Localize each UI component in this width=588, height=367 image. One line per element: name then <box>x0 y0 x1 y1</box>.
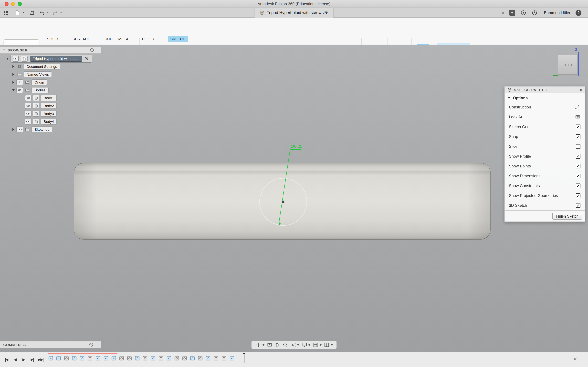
viewcube[interactable]: LEFT <box>558 55 578 75</box>
browser-root-selection[interactable]: Tripod Hyperboloid with sc... <box>10 55 92 63</box>
timeline-feature-icon[interactable] <box>221 356 227 361</box>
finish-sketch-button[interactable]: Finish Sketch <box>552 213 582 220</box>
browser-item-label[interactable]: Origin <box>32 79 47 85</box>
timeline-feature-icon[interactable] <box>142 356 148 361</box>
show-projected-geometries-checkbox[interactable]: ✓ <box>576 193 580 198</box>
visibility-toggle[interactable] <box>25 103 32 109</box>
snap-checkbox[interactable]: ✓ <box>576 134 580 139</box>
expander-icon[interactable] <box>12 128 14 131</box>
display-settings-icon[interactable] <box>301 342 310 348</box>
visibility-toggle[interactable] <box>25 119 32 125</box>
sketch-palette-header[interactable]: SKETCH PALETTE » <box>505 86 585 93</box>
file-menu-icon[interactable] <box>14 10 20 16</box>
show-points-checkbox[interactable]: ✓ <box>576 164 580 168</box>
timeline-play-button[interactable]: ▶ <box>20 356 27 363</box>
show-profile-checkbox[interactable]: ✓ <box>576 154 580 158</box>
browser-item-label[interactable]: Named Views <box>24 71 52 77</box>
grid-and-snaps-icon[interactable] <box>312 342 321 348</box>
tab-sketch[interactable]: SKETCH <box>168 36 188 42</box>
timeline-feature-icon[interactable] <box>48 356 53 361</box>
browser-root-label[interactable]: Tripod Hyperboloid with sc... <box>30 56 82 62</box>
expander-icon[interactable] <box>6 58 9 60</box>
viewports-icon[interactable] <box>324 342 333 348</box>
tab-solid[interactable]: SOLID <box>45 36 61 42</box>
timeline-feature-icon[interactable] <box>79 356 85 361</box>
timeline-feature-icon[interactable] <box>182 356 187 361</box>
expander-icon[interactable] <box>12 73 14 76</box>
tab-surface[interactable]: SURFACE <box>70 36 93 42</box>
comments-bar[interactable]: COMMENTS <box>0 341 97 348</box>
timeline-feature-icon[interactable] <box>119 356 124 361</box>
browser-item-label[interactable]: Body3 <box>41 111 57 117</box>
browser-item-label[interactable]: Bodies <box>32 87 48 93</box>
tab-sheet-metal[interactable]: SHEET METAL <box>102 36 133 42</box>
browser-collapse-icon[interactable]: « <box>3 48 5 52</box>
sketch-grid-checkbox[interactable]: ✓ <box>576 125 580 129</box>
user-account-menu[interactable]: Eammon Littler <box>541 8 574 18</box>
timeline-step-forward-button[interactable]: ▶| <box>28 356 36 363</box>
show-dimensions-checkbox[interactable]: ✓ <box>576 174 580 178</box>
timeline-feature-icon[interactable] <box>150 356 156 361</box>
app-grid-icon[interactable] <box>3 10 9 16</box>
palette-options-header[interactable]: Options <box>505 93 585 102</box>
visibility-toggle[interactable] <box>12 56 19 62</box>
pan-hand-icon[interactable] <box>275 342 280 348</box>
document-tab[interactable]: Tripod Hyperboloid with screw v5* <box>254 8 333 18</box>
close-document-icon[interactable]: × <box>500 9 506 16</box>
help-icon[interactable]: ? <box>576 10 581 16</box>
timeline-feature-icon[interactable] <box>127 356 132 361</box>
extensions-icon[interactable] <box>520 10 526 16</box>
timeline-feature-icon[interactable] <box>198 356 203 361</box>
expander-icon[interactable] <box>12 81 14 83</box>
visibility-toggle[interactable] <box>25 111 32 117</box>
minimize-window-button[interactable] <box>11 2 15 6</box>
zoom-icon[interactable] <box>282 342 288 348</box>
browser-item-label[interactable]: Document Settings <box>24 64 60 69</box>
comments-expand-chevron[interactable]: › <box>97 341 101 348</box>
timeline-feature-icon[interactable] <box>213 356 219 361</box>
timeline-position-marker[interactable] <box>244 354 244 363</box>
visibility-toggle[interactable] <box>17 87 23 93</box>
timeline-feature-icon[interactable] <box>205 356 211 361</box>
browser-expand-chevron[interactable]: › <box>97 47 101 54</box>
browser-header[interactable]: « BROWSER <box>0 47 97 54</box>
job-status-icon[interactable] <box>532 10 537 16</box>
timeline-feature-icon[interactable] <box>166 356 172 361</box>
fit-view-icon[interactable] <box>290 342 299 348</box>
tab-tools[interactable]: TOOLS <box>139 36 156 42</box>
zoom-window-button[interactable] <box>18 2 22 6</box>
timeline-feature-icon[interactable] <box>158 356 164 361</box>
timeline-feature-icon[interactable] <box>190 356 195 361</box>
browser-item-label[interactable]: Sketches <box>32 126 52 132</box>
model-body[interactable] <box>74 163 491 240</box>
timeline-feature-icon[interactable] <box>103 356 109 361</box>
orbit-icon[interactable] <box>255 342 264 348</box>
undo-icon[interactable] <box>39 10 45 16</box>
expander-icon[interactable] <box>12 65 14 68</box>
file-menu-caret[interactable] <box>21 12 24 13</box>
new-document-tab-button[interactable]: + <box>509 10 515 16</box>
construction-toggle-icon[interactable] <box>575 104 580 110</box>
show-constraints-checkbox[interactable]: ✓ <box>576 184 580 188</box>
expander-icon[interactable] <box>12 89 15 91</box>
timeline-feature-icon[interactable] <box>71 356 77 361</box>
timeline-feature-icon[interactable] <box>64 356 69 361</box>
timeline-feature-icon[interactable] <box>95 356 101 361</box>
timeline-feature-icon[interactable] <box>229 356 235 361</box>
timeline-go-to-start-button[interactable]: |◀ <box>3 356 10 363</box>
timeline-step-back-button[interactable]: ◀ <box>11 356 19 363</box>
look-at-icon[interactable] <box>575 114 580 120</box>
redo-icon[interactable] <box>52 10 58 16</box>
timeline-feature-icon[interactable] <box>135 356 140 361</box>
activate-target-icon[interactable] <box>83 56 89 62</box>
timeline-settings-gear-icon[interactable] <box>572 356 578 362</box>
visibility-toggle[interactable] <box>17 79 23 85</box>
timeline-go-to-end-button[interactable]: ▶▶| <box>37 356 45 363</box>
comments-options-icon[interactable] <box>89 342 94 347</box>
timeline-feature-icon[interactable] <box>87 356 93 361</box>
palette-collapse-icon[interactable]: » <box>580 87 582 92</box>
3d-sketch-checkbox[interactable]: ✓ <box>576 203 580 208</box>
browser-options-icon[interactable] <box>90 48 94 52</box>
timeline-feature-icon[interactable] <box>174 356 180 361</box>
undo-caret[interactable] <box>46 12 49 13</box>
